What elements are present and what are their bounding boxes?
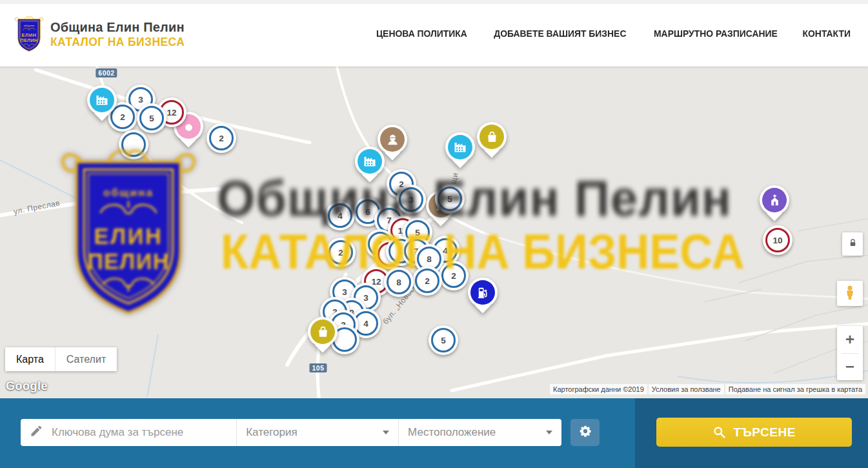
map-pin-marker[interactable] <box>477 122 507 152</box>
gear-icon <box>579 425 592 440</box>
map-cluster-marker[interactable]: 10 <box>763 225 792 255</box>
nav-item-contacts[interactable]: КОНТАКТИ <box>803 28 851 39</box>
attribution-link[interactable]: Подаване на сигнал за грешка в картата <box>725 384 865 394</box>
chevron-down-icon <box>383 431 389 434</box>
search-button-label: ТЪРСЕНЕ <box>733 425 796 440</box>
map-type-satellite-button[interactable]: Сателит <box>55 347 117 371</box>
search-icon <box>712 425 726 439</box>
keyword-field <box>21 419 236 446</box>
map-pin-marker[interactable] <box>308 317 338 347</box>
street-view-pegman-button[interactable] <box>837 281 863 306</box>
factory-icon <box>90 88 114 112</box>
map-pin-marker[interactable] <box>760 185 789 215</box>
map-pin-marker[interactable] <box>87 85 117 115</box>
site-subtitle: КАТАЛОГ НА БИЗНЕСА <box>50 36 185 49</box>
site-header: община ЕЛИН ПЕЛИН Община Елин Пелин КАТА… <box>0 0 868 66</box>
search-button[interactable]: ТЪРСЕНЕ <box>656 418 852 447</box>
site-title: Община Елин Пелин <box>50 20 185 35</box>
map-pin-marker[interactable] <box>355 147 385 176</box>
top-strip <box>0 0 868 4</box>
map-cluster-marker[interactable]: 2 <box>412 266 442 296</box>
svg-text:община: община <box>24 25 35 27</box>
search-fields: Категория Местоположение <box>21 419 561 446</box>
attribution-text: Картографски данни ©2019 <box>550 384 647 394</box>
map-type-control: Карта Сателит <box>5 347 117 371</box>
factory-icon <box>358 149 382 174</box>
attribution-link[interactable]: Условия за ползване <box>649 384 724 394</box>
map-cluster-marker[interactable]: 4 <box>325 201 355 230</box>
map-attribution: Картографски данни ©2019Условия за ползв… <box>550 384 865 394</box>
map-cluster-marker[interactable]: 5 <box>435 184 465 214</box>
svg-text:ЕЛИН: ЕЛИН <box>22 32 37 38</box>
bag-icon <box>310 320 335 344</box>
keyword-search-input[interactable] <box>50 425 236 440</box>
map-cluster-marker[interactable]: 2 <box>439 261 469 290</box>
fuel-icon <box>470 280 495 305</box>
church-icon <box>762 188 787 212</box>
map-cluster-marker[interactable] <box>119 130 148 159</box>
bag-icon <box>479 125 504 149</box>
zoom-out-button[interactable]: − <box>837 354 863 380</box>
pencil-icon <box>30 425 43 440</box>
google-logo[interactable]: Google <box>6 380 48 393</box>
map-cluster-marker[interactable]: 5 <box>429 325 458 355</box>
pegman-icon <box>843 284 857 303</box>
zoom-in-button[interactable]: + <box>837 327 863 353</box>
lock-icon <box>848 238 858 250</box>
map-type-map-button[interactable]: Карта <box>5 347 55 371</box>
map-pin-marker[interactable] <box>445 132 475 162</box>
map-cluster-marker[interactable]: 2 <box>326 238 356 267</box>
map-cluster-marker[interactable]: 8 <box>384 267 414 297</box>
chevron-down-icon <box>546 431 552 434</box>
location-select-value: Местоположение <box>408 426 496 439</box>
map-pin-marker[interactable] <box>468 278 498 307</box>
svg-text:ПЕЛИН: ПЕЛИН <box>20 37 37 43</box>
map-zoom-control: + − <box>837 326 863 380</box>
map-cluster-marker[interactable]: 5 <box>137 103 167 133</box>
advanced-settings-button[interactable] <box>570 419 600 446</box>
site-logo[interactable]: община ЕЛИН ПЕЛИН Община Елин Пелин КАТА… <box>14 14 185 54</box>
category-select[interactable]: Категория <box>236 419 398 446</box>
nav-item-add-business[interactable]: ДОБАВЕТЕ ВАШИЯТ БИЗНЕС <box>494 28 626 39</box>
lock-button[interactable] <box>842 232 863 256</box>
map-cluster-marker[interactable]: 3 <box>396 185 426 214</box>
factory-icon <box>448 135 472 159</box>
nav-item-pricing[interactable]: ЦЕНОВА ПОЛИТИКА <box>376 28 467 39</box>
map-cluster-marker[interactable]: 2 <box>207 123 236 153</box>
municipality-emblem: община ЕЛИН ПЕЛИН <box>14 14 45 54</box>
main-navigation: ЦЕНОВА ПОЛИТИКАДОБАВЕТЕ ВАШИЯТ БИЗНЕСМАР… <box>374 0 852 66</box>
category-select-value: Категория <box>246 426 297 439</box>
location-select[interactable]: Местоположение <box>398 419 561 446</box>
business-catalog-page: 6002105ул. Преславбул. „Новоселщи 312252… <box>0 0 868 468</box>
nav-item-route-schedule[interactable]: МАРШРУТНО РАЗПИСАНИЕ <box>654 28 778 39</box>
